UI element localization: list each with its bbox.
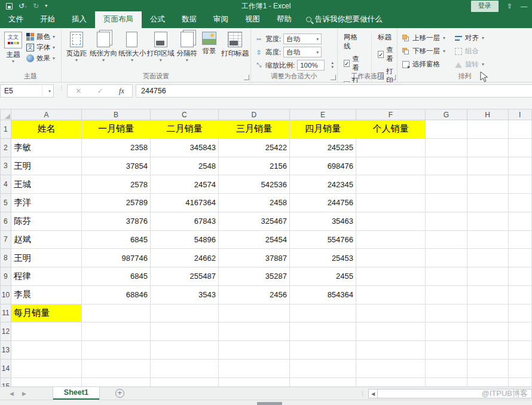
bring-forward-button[interactable]: 上移一层▾ <box>402 34 445 42</box>
cell-C9[interactable]: 255487 <box>150 267 218 286</box>
cell-A14[interactable] <box>11 359 81 377</box>
print-titles-button[interactable]: 打印标题 <box>219 28 250 63</box>
cell-D10[interactable]: 2456 <box>218 285 289 304</box>
cell-E7[interactable]: 554766 <box>289 230 356 249</box>
cell-G7[interactable] <box>426 230 467 249</box>
cell-D13[interactable] <box>218 341 289 360</box>
row-header-2[interactable]: 2 <box>1 138 11 157</box>
cell-B8[interactable]: 987746 <box>81 249 150 267</box>
tab-file[interactable]: 文件 <box>0 11 32 28</box>
rotate-button[interactable]: 旋转▾ <box>455 60 484 69</box>
cell-F9[interactable] <box>356 267 426 286</box>
width-dropdown[interactable]: 自动▾ <box>283 34 322 44</box>
tab-home[interactable]: 开始 <box>32 11 63 28</box>
cell-I5[interactable] <box>508 194 531 212</box>
cell-G15[interactable] <box>426 377 467 386</box>
save-icon[interactable] <box>6 3 13 10</box>
row-header-8[interactable]: 8 <box>1 249 11 267</box>
cell-I14[interactable] <box>508 359 531 377</box>
cell-H14[interactable] <box>467 359 508 377</box>
cell-A15[interactable] <box>11 377 81 386</box>
cell-B7[interactable]: 6845 <box>81 230 150 249</box>
cell-G4[interactable] <box>426 175 467 194</box>
row-header-11[interactable]: 11 <box>1 304 11 322</box>
cell-C15[interactable] <box>150 377 218 386</box>
cell-E14[interactable] <box>289 359 356 377</box>
next-sheet-icon[interactable]: ▶ <box>22 391 26 397</box>
cell-B13[interactable] <box>81 341 150 360</box>
breaks-button[interactable]: 分隔符▾ <box>175 28 199 63</box>
tab-help[interactable]: 帮助 <box>268 11 300 28</box>
column-header-C[interactable]: C <box>150 109 218 120</box>
cell-G5[interactable] <box>426 194 467 212</box>
cell-E9[interactable]: 2455 <box>289 267 356 286</box>
row-header-4[interactable]: 4 <box>1 175 11 194</box>
cell-H10[interactable] <box>467 285 508 304</box>
cell-D8[interactable]: 37887 <box>218 249 289 267</box>
cell-A5[interactable]: 李洋 <box>11 194 81 212</box>
headings-view-checkbox[interactable]: ✓查看 <box>378 45 397 63</box>
cell-B5[interactable]: 25789 <box>81 194 150 212</box>
cell-C1[interactable]: 二月销量 <box>150 120 218 139</box>
cell-E13[interactable] <box>289 341 356 360</box>
page-setup-dialog-launcher[interactable] <box>244 75 249 80</box>
cell-G1[interactable] <box>426 120 467 139</box>
cell-A4[interactable]: 王城 <box>11 175 81 194</box>
redo-icon[interactable]: ↻ <box>33 2 39 10</box>
prev-sheet-icon[interactable]: ◀ <box>10 391 14 397</box>
cell-B9[interactable]: 6845 <box>81 267 150 286</box>
column-header-A[interactable]: A <box>11 109 81 120</box>
cell-H3[interactable] <box>467 157 508 175</box>
cell-F8[interactable] <box>356 249 426 267</box>
cell-C4[interactable]: 24574 <box>150 175 218 194</box>
cell-C5[interactable]: 4167364 <box>150 194 218 212</box>
cell-I9[interactable] <box>508 267 531 286</box>
cell-G11[interactable] <box>426 304 467 322</box>
cell-F11[interactable] <box>356 304 426 322</box>
selection-pane-button[interactable]: 选择窗格 <box>402 60 445 69</box>
tab-insert[interactable]: 插入 <box>63 11 95 28</box>
cell-C3[interactable]: 2548 <box>150 157 218 175</box>
cell-I1[interactable] <box>508 120 531 139</box>
cell-C11[interactable] <box>150 304 218 322</box>
cell-D4[interactable]: 542536 <box>218 175 289 194</box>
cell-D11[interactable] <box>218 304 289 322</box>
cell-F13[interactable] <box>356 341 426 360</box>
cell-I2[interactable] <box>508 138 531 157</box>
cell-A7[interactable]: 赵斌 <box>11 230 81 249</box>
cell-E3[interactable]: 698476 <box>289 157 356 175</box>
cell-H4[interactable] <box>467 175 508 194</box>
cell-B3[interactable]: 37854 <box>81 157 150 175</box>
sheet-tab-sheet1[interactable]: Sheet1 <box>53 387 100 400</box>
row-header-12[interactable]: 12 <box>1 322 11 341</box>
row-header-10[interactable]: 10 <box>1 285 11 304</box>
theme-colors-button[interactable]: 颜色▾ <box>26 32 55 41</box>
column-header-B[interactable]: B <box>81 109 150 120</box>
cell-D2[interactable]: 25422 <box>218 138 289 157</box>
cell-E8[interactable]: 25453 <box>289 249 356 267</box>
cell-G9[interactable] <box>426 267 467 286</box>
cell-I10[interactable] <box>508 285 531 304</box>
cell-E10[interactable]: 854364 <box>289 285 356 304</box>
cell-B1[interactable]: 一月销量 <box>81 120 150 139</box>
cell-A12[interactable] <box>11 322 81 341</box>
cell-I6[interactable] <box>508 212 531 230</box>
share-icon[interactable]: ⇧ <box>507 2 512 10</box>
cell-I11[interactable] <box>508 304 531 322</box>
cell-I8[interactable] <box>508 249 531 267</box>
cell-C2[interactable]: 345843 <box>150 138 218 157</box>
cell-H11[interactable] <box>467 304 508 322</box>
formula-bar-splitter[interactable]: ⋮ <box>59 87 65 89</box>
select-all-corner[interactable] <box>1 109 11 120</box>
cell-H9[interactable] <box>467 267 508 286</box>
row-header-6[interactable]: 6 <box>1 212 11 230</box>
cell-E6[interactable]: 35463 <box>289 212 356 230</box>
cell-C12[interactable] <box>150 322 218 341</box>
cell-D15[interactable] <box>218 377 289 386</box>
row-header-3[interactable]: 3 <box>1 157 11 175</box>
row-header-13[interactable]: 13 <box>1 341 11 360</box>
new-sheet-button[interactable]: + <box>115 389 124 398</box>
send-backward-button[interactable]: 下移一层▾ <box>402 47 445 56</box>
column-header-I[interactable]: I <box>508 109 531 120</box>
insert-function-icon[interactable]: fx <box>119 87 124 96</box>
